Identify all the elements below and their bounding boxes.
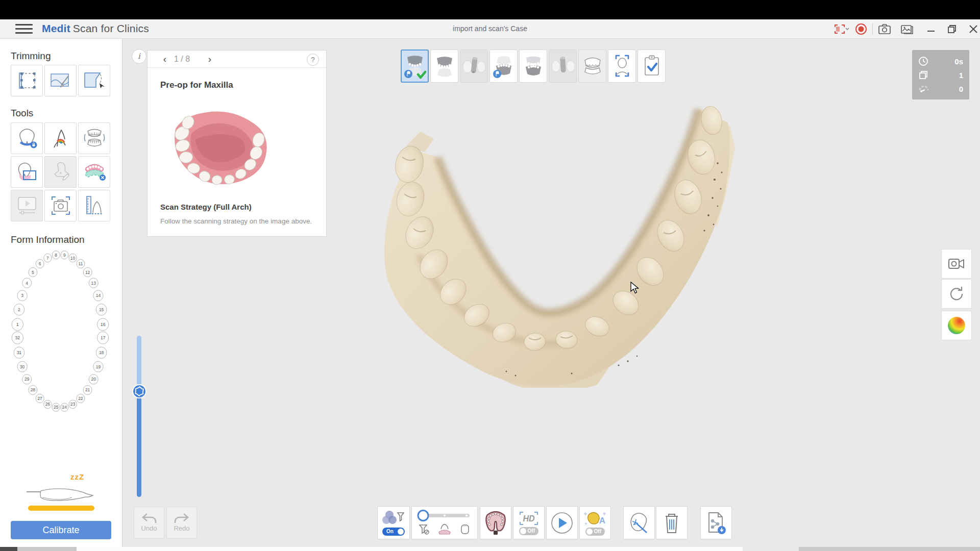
impression-mode-button[interactable] [480, 506, 511, 539]
auto-toggle[interactable]: Off [585, 528, 605, 536]
tooth-4: 4 [22, 278, 32, 288]
svg-text:5: 5 [32, 270, 34, 275]
trim-polygon-tool[interactable] [11, 65, 43, 96]
export-case-button[interactable] [700, 506, 732, 539]
stage-occlusion[interactable] [519, 49, 547, 83]
start-scan-button[interactable] [546, 506, 578, 539]
tooth-23: 23 [69, 400, 77, 409]
denture-base-icon [83, 161, 106, 183]
close-icon[interactable] [969, 24, 978, 34]
svg-text:30: 30 [20, 364, 25, 369]
screenshot-icon[interactable] [878, 23, 891, 35]
hd-brackets-icon: HD [517, 511, 541, 526]
data-filter-button[interactable]: On [377, 506, 410, 539]
scan-stats-panel: 0s 1 0 [912, 50, 969, 99]
undo-button[interactable]: Undo [134, 507, 164, 539]
scrollbar-segment [743, 547, 799, 551]
scan-time-icon [918, 56, 928, 66]
svg-text:10: 10 [70, 256, 76, 261]
filter-venn-icon [382, 510, 405, 526]
trim-brush-tool[interactable] [44, 65, 77, 96]
bottom-scrollbar[interactable] [0, 547, 980, 551]
stage-maxilla-preop[interactable] [401, 49, 429, 83]
tooth-5: 5 [29, 267, 37, 277]
stage-face-scan[interactable] [608, 49, 636, 83]
minimize-icon[interactable] [927, 25, 935, 33]
tool-delete-base[interactable] [78, 156, 110, 188]
svg-text:24: 24 [62, 405, 67, 410]
case-title: import and scan's Case [0, 24, 980, 33]
hd-mode-button[interactable]: HD Off [513, 506, 545, 539]
video-capture-button[interactable] [941, 249, 972, 279]
help-button[interactable]: ? [307, 54, 319, 66]
hd-toggle[interactable]: Off [519, 527, 538, 535]
svg-text:27: 27 [37, 396, 42, 401]
svg-text:18: 18 [99, 350, 104, 355]
tooth-chart: 1234567891011121314151617181920212223242… [9, 248, 111, 414]
svg-text:11: 11 [78, 261, 83, 266]
gallery-icon[interactable] [900, 23, 914, 35]
tooth-24: 24 [61, 403, 68, 411]
titlebar-controls [834, 22, 978, 36]
info-button[interactable]: i [132, 49, 146, 64]
scrollbar-thumb[interactable] [77, 547, 743, 551]
redo-label: Redo [174, 524, 189, 532]
trimming-heading: Trimming [11, 51, 51, 62]
magic-wand-tooth-icon [627, 511, 651, 535]
svg-text:20: 20 [91, 377, 96, 382]
tool-lock-data[interactable] [11, 122, 43, 154]
filtering-level-slider[interactable] [411, 506, 478, 539]
filter-gum-icon [439, 524, 450, 534]
tooth-27: 27 [36, 394, 44, 403]
tool-replay[interactable] [11, 190, 43, 221]
redo-button[interactable]: Redo [166, 507, 197, 539]
next-page-button[interactable]: › [204, 53, 216, 65]
stage-review[interactable] [638, 49, 666, 83]
svg-text:7: 7 [46, 256, 49, 261]
tooth-16: 16 [97, 318, 109, 331]
tool-color-indication[interactable] [44, 122, 77, 154]
prev-page-button[interactable]: ‹ [159, 53, 171, 65]
trash-icon [662, 511, 682, 535]
play-icon [550, 511, 574, 535]
auto-fill-button[interactable] [623, 506, 655, 539]
stage-maxilla-scanbody[interactable] [460, 49, 488, 83]
auto-processing-button[interactable]: A Off [579, 506, 611, 539]
tooth-15: 15 [96, 304, 107, 315]
tooth-28: 28 [29, 385, 37, 394]
restore-icon[interactable] [947, 24, 957, 34]
compare-icon [15, 161, 39, 183]
svg-text:12: 12 [85, 270, 90, 275]
tool-compare-data[interactable] [11, 156, 43, 188]
scan-speed-value: 0 [959, 85, 963, 93]
stage-maxilla[interactable] [430, 49, 458, 83]
playback-slider-track-lower[interactable] [137, 397, 141, 497]
reset-view-button[interactable] [941, 279, 972, 309]
trim-lasso-tool[interactable] [78, 65, 110, 96]
color-map-button[interactable] [941, 311, 972, 340]
tool-margin-line[interactable] [44, 156, 77, 188]
delete-all-button[interactable] [656, 506, 688, 539]
playback-slider-track-upper[interactable] [137, 336, 141, 386]
toolbar-divider [872, 23, 873, 35]
record-icon[interactable] [855, 23, 867, 35]
calibrate-button[interactable]: Calibrate [11, 521, 111, 539]
capture-region-icon[interactable] [834, 23, 849, 35]
model-viewport[interactable] [357, 102, 745, 388]
filter-toggle[interactable]: On [382, 528, 405, 536]
filter-none-icon [420, 525, 429, 534]
tooth-10: 10 [69, 254, 77, 262]
svg-text:22: 22 [78, 396, 83, 401]
stage-mandible-scanbody[interactable] [549, 49, 577, 83]
svg-text:8: 8 [55, 253, 57, 258]
stage-mandible[interactable] [489, 49, 518, 83]
tool-capture-screenshot[interactable] [44, 190, 77, 221]
tooth-9: 9 [61, 251, 68, 259]
slider-handle[interactable] [418, 510, 428, 520]
tool-occlusion-articulation[interactable] [78, 122, 110, 154]
playback-slider-handle[interactable] [132, 384, 147, 399]
stage-bite[interactable] [578, 49, 606, 83]
tool-measure[interactable] [78, 190, 110, 221]
measure-icon [83, 194, 106, 217]
strategy-description: Follow the scanning strategy on the imag… [160, 217, 312, 225]
